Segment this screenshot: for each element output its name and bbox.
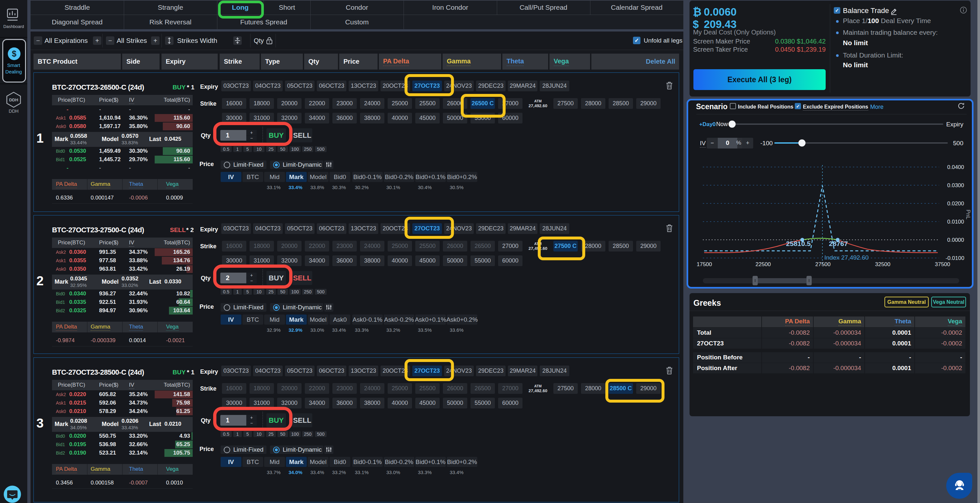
svg-text:17500: 17500 [697, 261, 712, 267]
svg-text:25810.5: 25810.5 [786, 240, 811, 247]
svg-text:32500: 32500 [875, 261, 890, 267]
svg-text:28767: 28767 [829, 240, 848, 247]
svg-text:0.0200: 0.0200 [947, 201, 964, 207]
svg-text:0.0400: 0.0400 [947, 164, 964, 170]
svg-text:Index 27,492.60: Index 27,492.60 [824, 254, 869, 261]
svg-text:37500: 37500 [935, 261, 950, 267]
svg-text:0.0000: 0.0000 [947, 237, 964, 243]
svg-text:0.0100: 0.0100 [947, 219, 964, 225]
svg-text:-0.0100: -0.0100 [945, 255, 964, 261]
svg-text:0.0300: 0.0300 [947, 182, 964, 188]
svg-text:DDH: DDH [9, 97, 18, 102]
svg-text:PnL: PnL [965, 210, 971, 219]
svg-text:22500: 22500 [756, 261, 771, 267]
svg-text:27500: 27500 [815, 261, 830, 267]
